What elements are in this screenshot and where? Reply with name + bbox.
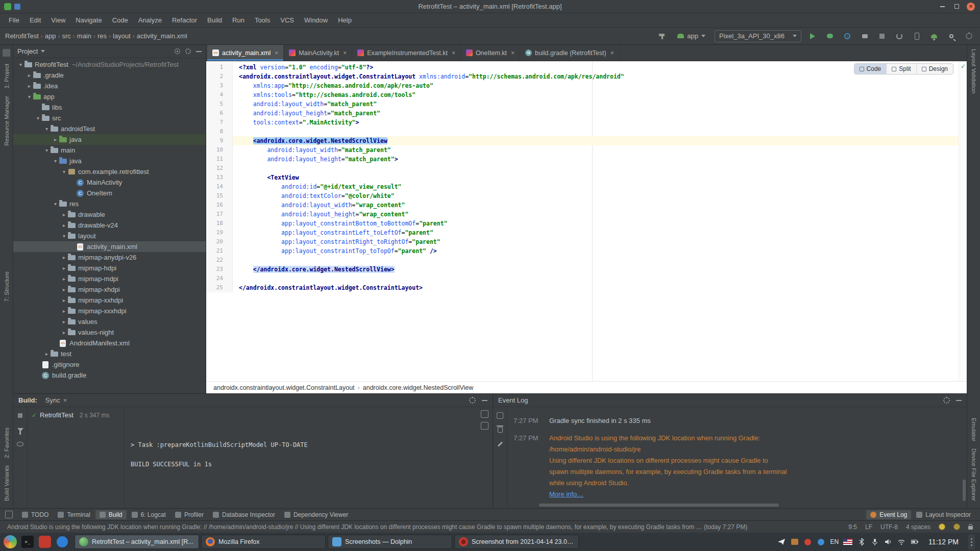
code-line[interactable]: 5 android:layout_width="match_parent" xyxy=(206,99,967,109)
vertical-scrollbar[interactable] xyxy=(963,480,966,501)
tree-item-mipmap-xxxhdpi[interactable]: ▸mipmap-xxxhdpi xyxy=(13,306,206,316)
blue-status-icon[interactable] xyxy=(817,538,825,546)
tree-item-main[interactable]: ▾main xyxy=(13,145,206,156)
menu-tools[interactable]: Tools xyxy=(250,15,275,26)
code-line[interactable]: 9 <androidx.core.widget.NestedScrollView xyxy=(206,136,967,145)
tree-chevron-icon[interactable]: ▾ xyxy=(43,126,50,132)
tree-item-gitignore[interactable]: .gitignore xyxy=(13,359,206,370)
frown-feedback-icon[interactable] xyxy=(953,523,960,530)
toolwindow-tab-profiler[interactable]: Profiler xyxy=(171,510,208,519)
tree-chevron-icon[interactable]: ▸ xyxy=(61,276,67,282)
tree-chevron-icon[interactable]: ▾ xyxy=(26,94,33,99)
tree-item-com-example-retrofittest[interactable]: ▾com.example.retrofittest xyxy=(13,166,206,177)
sync-gradle-button[interactable] xyxy=(893,30,905,42)
status-message[interactable]: Android Studio is using the following JD… xyxy=(7,523,840,531)
tree-item-java[interactable]: ▾java xyxy=(13,156,206,166)
tree-chevron-icon[interactable]: ▸ xyxy=(43,351,50,357)
toolwindow-tab-build[interactable]: Build xyxy=(95,510,127,519)
editor-tab-exampleinstrumentedtest-kt[interactable]: ExampleInstrumentedTest.kt× xyxy=(352,45,461,61)
breadcrumb-item-activity-main-xml[interactable]: activity_main.xml xyxy=(137,32,187,40)
editor-breadcrumb-item[interactable]: androidx.core.widget.NestedScrollView xyxy=(363,384,474,391)
code-line[interactable]: 20 app:layout_constraintRight_toRightOf=… xyxy=(206,237,967,246)
code-line[interactable]: 2<androidx.constraintlayout.widget.Const… xyxy=(206,72,967,81)
panel-settings-handle[interactable] xyxy=(968,534,975,549)
menu-file[interactable]: File xyxy=(4,15,24,26)
volume-icon[interactable] xyxy=(884,538,892,546)
taskbar-task-screenshot-from-2021-04-14-23-05[interactable]: Screenshot from 2021-04-14 23.05... xyxy=(454,535,579,549)
run-config-select[interactable]: app xyxy=(673,31,709,41)
minimize-button[interactable] xyxy=(938,3,946,11)
close-button[interactable]: × xyxy=(967,3,975,11)
menu-vcs[interactable]: VCS xyxy=(276,15,299,26)
clear-log-icon[interactable] xyxy=(496,425,504,434)
eye-icon[interactable] xyxy=(16,440,24,448)
wrench-icon[interactable] xyxy=(496,440,504,448)
breadcrumb-item-retrofittest[interactable]: RetrofitTest xyxy=(5,32,39,40)
stop-build-icon[interactable] xyxy=(16,411,24,419)
search-everywhere-button[interactable] xyxy=(945,30,958,42)
tree-chevron-icon[interactable]: ▾ xyxy=(52,158,59,164)
editor-tab-activity-main-xml[interactable]: <>activity_main.xml× xyxy=(207,45,284,61)
tree-item-libs[interactable]: libs xyxy=(13,102,206,113)
clock[interactable]: 11:12 PM xyxy=(923,538,964,546)
red-status-icon[interactable] xyxy=(803,538,812,546)
code-line[interactable]: 22 xyxy=(206,256,967,265)
tree-chevron-icon[interactable]: ▸ xyxy=(61,265,67,271)
editor-tab-oneitem-kt[interactable]: OneItem.kt× xyxy=(461,45,520,61)
horizontal-scrollbar[interactable] xyxy=(539,504,779,507)
paper-plane-icon[interactable] xyxy=(777,538,786,546)
mode-design-button[interactable]: Design xyxy=(917,64,953,74)
toolwindow-tab-todo[interactable]: TODO xyxy=(18,510,53,519)
tree-chevron-icon[interactable]: ▸ xyxy=(61,212,67,217)
tree-chevron-icon[interactable]: ▾ xyxy=(61,169,67,174)
tree-item-test[interactable]: ▸test xyxy=(13,348,206,359)
code-line[interactable]: 23 </androidx.core.widget.NestedScrollVi… xyxy=(206,265,967,274)
tree-item-build-gradle[interactable]: Gbuild.gradle xyxy=(13,370,206,381)
tree-chevron-icon[interactable]: ▸ xyxy=(61,319,67,324)
keyboard-layout-indicator[interactable]: EN xyxy=(830,538,839,545)
battery-icon[interactable] xyxy=(910,538,919,546)
taskbar-task-screenshots-dolphin[interactable]: Screenshots — Dolphin xyxy=(328,535,452,549)
device-manager-button[interactable] xyxy=(911,30,923,42)
toolwindow-tab-6-logcat[interactable]: 6: Logcat xyxy=(128,510,170,519)
code-line[interactable]: 8 xyxy=(206,127,967,136)
close-icon[interactable]: × xyxy=(275,49,278,57)
tree-item-retrofittest[interactable]: ▾RetrofitTest~/AndroidStudioProjects/Ret… xyxy=(13,59,206,70)
taskbar-task-mozilla-firefox[interactable]: Mozilla Firefox xyxy=(201,535,326,549)
event-log-content[interactable]: 7:27 PMGradle sync finished in 2 s 335 m… xyxy=(507,407,967,508)
settings-gear-icon[interactable] xyxy=(963,30,975,42)
attach-debugger-button[interactable] xyxy=(859,30,871,42)
tree-item-java[interactable]: ▸java xyxy=(13,134,206,145)
log-settings-icon[interactable] xyxy=(496,411,504,419)
settings-gear-icon[interactable] xyxy=(943,397,950,404)
tree-chevron-icon[interactable]: ▸ xyxy=(26,72,33,78)
tool-window-switcher-icon[interactable] xyxy=(5,511,13,518)
tree-chevron-icon[interactable]: ▸ xyxy=(52,137,59,142)
menu-analyze[interactable]: Analyze xyxy=(134,15,166,26)
stop-button[interactable] xyxy=(876,30,888,42)
code-line[interactable]: 3 xmlns:app="http://schemas.android.com/… xyxy=(206,81,967,90)
tree-item-mipmap-mdpi[interactable]: ▸mipmap-mdpi xyxy=(13,273,206,284)
tool-stripe-build-variants[interactable]: Build Variants xyxy=(4,465,10,501)
code-line[interactable]: 1<?xml version="1.0" encoding="utf-8"?> xyxy=(206,63,967,72)
project-view-select[interactable]: Project xyxy=(17,47,38,55)
tool-stripe-7-structure[interactable]: 7: Structure xyxy=(4,271,10,302)
tree-item-mainactivity[interactable]: CMainActivity xyxy=(13,177,206,188)
close-icon[interactable]: × xyxy=(610,49,614,57)
tree-chevron-icon[interactable]: ▸ xyxy=(61,222,67,228)
close-icon[interactable]: × xyxy=(511,49,514,57)
menu-help[interactable]: Help xyxy=(333,15,356,26)
hide-panel-icon[interactable] xyxy=(482,400,487,401)
code-line[interactable]: 17 android:layout_height="wrap_content" xyxy=(206,210,967,219)
hide-panel-icon[interactable] xyxy=(196,51,202,52)
breadcrumb-item-main[interactable]: main xyxy=(77,32,91,40)
code-line[interactable]: 24 xyxy=(206,274,967,283)
close-icon[interactable]: × xyxy=(63,396,67,404)
caret-position[interactable]: 9:5 xyxy=(848,523,857,531)
build-tab-sync[interactable]: Sync × xyxy=(41,395,71,405)
tree-item-values[interactable]: ▸values xyxy=(13,316,206,327)
lock-icon[interactable] xyxy=(968,526,973,530)
app-launcher-icon[interactable] xyxy=(3,535,17,549)
tree-item-mipmap-xxhdpi[interactable]: ▸mipmap-xxhdpi xyxy=(13,295,206,306)
menu-window[interactable]: Window xyxy=(300,15,332,26)
